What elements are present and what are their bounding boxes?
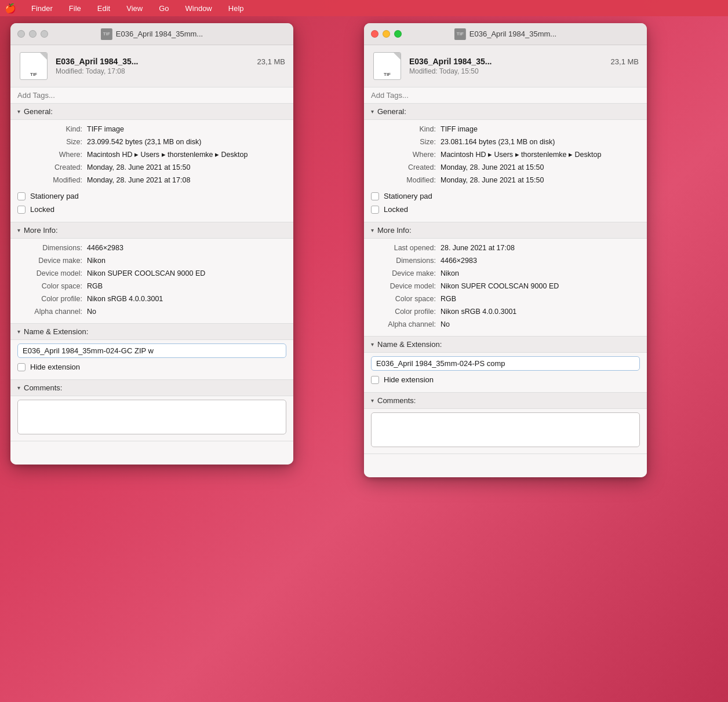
stationery-label-left: Stationery pad [30, 192, 79, 200]
general-header-left[interactable]: ▾ General: [10, 104, 293, 120]
window-bottom-right [364, 454, 647, 477]
file-header-right: TIF E036_April 1984_35... 23,1 MB Modifi… [364, 45, 647, 87]
alpha-channel-value-right: No [441, 319, 640, 330]
comments-textarea-left[interactable] [17, 400, 286, 434]
more-info-chevron-left: ▾ [17, 227, 20, 233]
name-ext-body-left: Hide extension [10, 340, 293, 379]
general-title-left: General: [24, 107, 53, 116]
where-value-left: Macintosh HD ▸ Users ▸ thorstenlemke ▸ D… [87, 149, 286, 160]
device-make-row-left: Device make: Nikon [17, 255, 286, 266]
more-info-header-right[interactable]: ▾ More Info: [364, 222, 647, 239]
modified-row-right: Modified: Monday, 28. June 2021 at 15:50 [371, 174, 640, 186]
tags-section-right[interactable] [364, 87, 647, 104]
last-opened-row-right: Last opened: 28. June 2021 at 17:08 [371, 242, 640, 254]
more-info-header-left[interactable]: ▾ More Info: [10, 222, 293, 239]
modified-row-left: Modified: Monday, 28. June 2021 at 17:08 [17, 174, 286, 186]
inspector-window-right: TIF E036_April 1984_35mm... TIF E036_Apr… [364, 23, 647, 477]
name-ext-section-right: ▾ Name & Extension: Hide extension [364, 337, 647, 393]
alpha-channel-row-left: Alpha channel: No [17, 306, 286, 317]
hide-ext-row-right: Hide extension [371, 374, 640, 385]
color-space-value-right: RGB [441, 293, 640, 305]
menu-window[interactable]: Window [182, 3, 216, 14]
color-space-label-left: Color space: [17, 280, 87, 292]
maximize-button-left[interactable] [41, 30, 48, 38]
maximize-button-right[interactable] [394, 30, 402, 38]
kind-value-right: TIFF image [441, 123, 640, 135]
size-label-left: Size: [17, 136, 87, 148]
file-icon-left: TIF [19, 51, 49, 81]
comments-title-left: Comments: [24, 383, 62, 392]
hide-ext-checkbox-left[interactable] [17, 363, 26, 371]
name-ext-header-right[interactable]: ▾ Name & Extension: [364, 337, 647, 353]
kind-row-right: Kind: TIFF image [371, 123, 640, 135]
name-input-right[interactable] [371, 356, 640, 371]
created-label-right: Created: [371, 162, 441, 173]
traffic-lights-right [371, 30, 402, 38]
locked-checkbox-right[interactable] [371, 206, 379, 214]
stationery-row-right: Stationery pad [371, 191, 640, 202]
locked-checkbox-left[interactable] [17, 206, 26, 214]
menu-edit[interactable]: Edit [94, 3, 114, 14]
stationery-checkbox-right[interactable] [371, 192, 379, 200]
name-ext-header-left[interactable]: ▾ Name & Extension: [10, 324, 293, 340]
titlebar-left: TIF E036_April 1984_35mm... [10, 23, 293, 45]
minimize-button-left[interactable] [29, 30, 37, 38]
file-type-label-right: TIF [384, 72, 391, 77]
comments-header-left[interactable]: ▾ Comments: [10, 380, 293, 396]
device-model-row-right: Device model: Nikon SUPER COOLSCAN 9000 … [371, 280, 640, 292]
file-modified-right: Modified: Today, 15:50 [409, 67, 639, 75]
comments-textarea-right[interactable] [371, 412, 640, 447]
close-button-left[interactable] [17, 30, 25, 38]
color-space-row-left: Color space: RGB [17, 280, 286, 292]
size-value-right: 23.081.164 bytes (23,1 MB on disk) [441, 136, 640, 148]
comments-header-right[interactable]: ▾ Comments: [364, 393, 647, 409]
general-header-right[interactable]: ▾ General: [364, 104, 647, 120]
kind-label-left: Kind: [17, 123, 87, 135]
color-profile-label-right: Color profile: [371, 306, 441, 317]
color-profile-value-left: Nikon sRGB 4.0.0.3001 [87, 293, 286, 305]
comments-section-left: ▾ Comments: [10, 380, 293, 441]
menu-help[interactable]: Help [225, 3, 247, 14]
general-chevron-left: ▾ [17, 108, 20, 115]
stationery-label-right: Stationery pad [384, 192, 432, 200]
hide-ext-label-right: Hide extension [384, 375, 434, 384]
menu-go[interactable]: Go [155, 3, 172, 14]
dimensions-label-left: Dimensions: [17, 242, 87, 254]
titlebar-file-icon-right: TIF [454, 28, 466, 40]
close-button-right[interactable] [371, 30, 378, 38]
device-model-row-left: Device model: Nikon SUPER COOLSCAN 9000 … [17, 268, 286, 279]
file-icon-right: TIF [372, 51, 402, 81]
apple-menu-icon[interactable]: 🍎 [5, 3, 16, 14]
more-info-section-right: ▾ More Info: Last opened: 28. June 2021 … [364, 222, 647, 337]
menu-view[interactable]: View [123, 3, 146, 14]
menu-finder[interactable]: Finder [28, 3, 56, 14]
tags-input-right[interactable] [371, 91, 640, 100]
tags-input-left[interactable] [17, 91, 286, 100]
dimensions-row-right: Dimensions: 4466×2983 [371, 255, 640, 266]
general-section-right: ▾ General: Kind: TIFF image Size: 23.081… [364, 104, 647, 222]
tags-section-left[interactable] [10, 87, 293, 104]
alpha-channel-value-left: No [87, 306, 286, 317]
device-make-row-right: Device make: Nikon [371, 268, 640, 279]
dimensions-row-left: Dimensions: 4466×2983 [17, 242, 286, 254]
more-info-section-left: ▾ More Info: Dimensions: 4466×2983 Devic… [10, 222, 293, 324]
hide-ext-checkbox-right[interactable] [371, 376, 379, 384]
locked-label-left: Locked [30, 205, 54, 214]
dimensions-value-right: 4466×2983 [441, 255, 640, 266]
comments-body-right [364, 409, 647, 454]
titlebar-title-right: TIF E036_April 1984_35mm... [454, 28, 556, 40]
locked-row-left: Locked [17, 204, 286, 215]
stationery-checkbox-left[interactable] [17, 192, 26, 200]
alpha-channel-row-right: Alpha channel: No [371, 319, 640, 330]
name-ext-title-left: Name & Extension: [24, 327, 88, 336]
menu-file[interactable]: File [65, 3, 85, 14]
modified-value-right: Monday, 28. June 2021 at 15:50 [441, 174, 640, 186]
modified-value-left: Monday, 28. June 2021 at 17:08 [87, 174, 286, 186]
stationery-row-left: Stationery pad [17, 191, 286, 202]
more-info-body-right: Last opened: 28. June 2021 at 17:08 Dime… [364, 239, 647, 336]
alpha-channel-label-right: Alpha channel: [371, 319, 441, 330]
name-input-left[interactable] [17, 343, 286, 358]
more-info-title-right: More Info: [377, 226, 412, 235]
name-ext-body-right: Hide extension [364, 353, 647, 392]
minimize-button-right[interactable] [383, 30, 390, 38]
